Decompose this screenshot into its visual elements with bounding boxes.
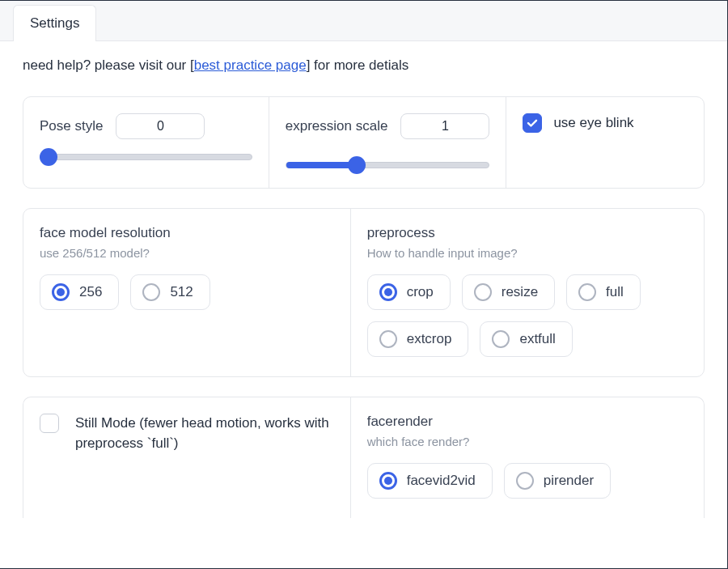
help-text: need help? please visit our [best practi…: [23, 57, 705, 74]
expression-scale-input[interactable]: [400, 113, 489, 139]
radio-icon: [578, 283, 596, 301]
facerender-title: facerender: [367, 414, 688, 430]
preprocess-option-label: extcrop: [407, 331, 452, 347]
tab-settings[interactable]: Settings: [13, 5, 96, 41]
radio-icon: [379, 472, 397, 490]
preprocess-option-label: crop: [407, 284, 434, 300]
still-mode-label: Still Mode (fewer head motion, works wit…: [75, 414, 334, 453]
facerender-radio-group: facevid2vidpirender: [367, 463, 688, 499]
preprocess-option-extfull[interactable]: extfull: [480, 321, 572, 357]
preprocess-option-crop[interactable]: crop: [367, 274, 451, 310]
preprocess-option-resize[interactable]: resize: [462, 274, 555, 310]
expression-scale-slider[interactable]: [286, 162, 490, 168]
radio-icon: [52, 283, 70, 301]
face-resolution-title: face model resolution: [40, 225, 334, 241]
facerender-option-label: pirender: [544, 473, 594, 489]
preprocess-option-label: full: [606, 284, 624, 300]
preprocess-subtitle: How to handle input image?: [367, 246, 688, 260]
radio-icon: [142, 283, 160, 301]
facerender-option-label: facevid2vid: [407, 473, 476, 489]
preprocess-option-full[interactable]: full: [566, 274, 641, 310]
help-prefix: need help? please visit our [: [23, 57, 194, 73]
help-suffix: ] for more detials: [307, 57, 409, 73]
preprocess-title: preprocess: [367, 225, 688, 241]
still-mode-checkbox[interactable]: [40, 414, 59, 433]
face-resolution-option-label: 512: [170, 284, 193, 300]
radio-icon: [516, 472, 534, 490]
expression-scale-label: expression scale: [286, 117, 388, 135]
face-resolution-option-256[interactable]: 256: [40, 274, 119, 310]
face-resolution-option-label: 256: [79, 284, 102, 300]
pose-style-slider[interactable]: [40, 154, 252, 160]
radio-icon: [379, 330, 397, 348]
tab-strip: Settings: [0, 1, 727, 41]
preprocess-option-label: extfull: [519, 331, 555, 347]
preprocess-option-label: resize: [502, 284, 538, 300]
check-icon: [526, 117, 539, 130]
eye-blink-checkbox[interactable]: [523, 113, 542, 133]
pose-style-input[interactable]: [116, 113, 205, 139]
pose-style-label: Pose style: [40, 118, 103, 134]
face-resolution-option-512[interactable]: 512: [130, 274, 210, 310]
help-link[interactable]: best practice page: [194, 57, 307, 73]
facerender-subtitle: which face render?: [367, 435, 688, 448]
radio-icon: [492, 330, 510, 348]
radio-icon: [474, 283, 492, 301]
face-resolution-radio-group: 256512: [40, 274, 334, 310]
radio-icon: [379, 283, 397, 301]
face-resolution-subtitle: use 256/512 model?: [40, 246, 334, 260]
eye-blink-label: use eye blink: [553, 113, 633, 134]
facerender-option-facevid2vid[interactable]: facevid2vid: [367, 463, 493, 499]
facerender-option-pirender[interactable]: pirender: [504, 463, 611, 499]
preprocess-option-extcrop[interactable]: extcrop: [367, 321, 469, 357]
preprocess-radio-group: cropresizefullextcropextfull: [367, 274, 688, 357]
